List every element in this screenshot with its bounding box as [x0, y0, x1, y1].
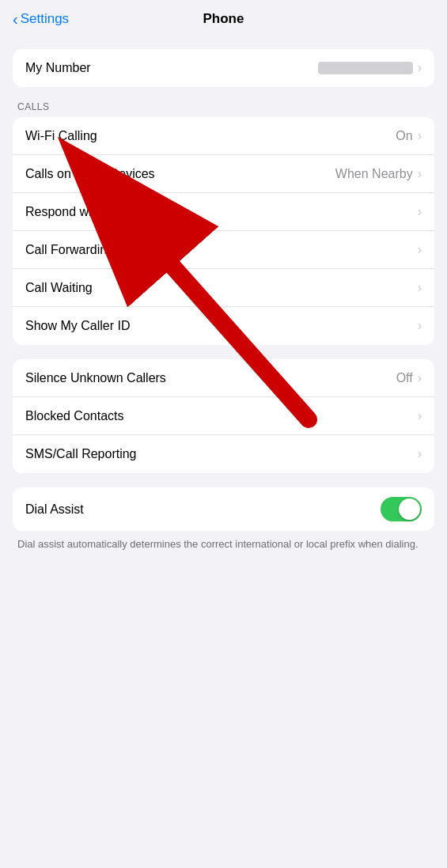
my-number-row[interactable]: My Number › — [13, 49, 434, 87]
respond-text-label: Respond with Text — [25, 205, 416, 219]
silence-unknown-value: Off — [396, 371, 413, 385]
call-waiting-label: Call Waiting — [25, 281, 416, 295]
caller-id-right: › — [416, 319, 422, 333]
call-forwarding-chevron-icon: › — [418, 243, 422, 257]
caller-id-row[interactable]: Show My Caller ID › — [13, 307, 434, 345]
caller-id-chevron-icon: › — [418, 319, 422, 333]
wifi-calling-label: Wi-Fi Calling — [25, 129, 396, 143]
page-wrapper: ‹ Settings Phone My Number › CALLS Wi-Fi… — [0, 0, 447, 868]
wifi-calling-right: On › — [396, 129, 422, 143]
calls-other-devices-right: When Nearby › — [335, 167, 422, 181]
dial-assist-toggle[interactable] — [381, 497, 422, 521]
my-number-section: My Number › — [13, 49, 434, 87]
respond-text-row[interactable]: Respond with Text › — [13, 193, 434, 231]
dial-assist-toggle-knob — [399, 498, 420, 520]
respond-text-right: › — [416, 205, 422, 219]
dial-assist-toggle-switch[interactable] — [381, 497, 422, 521]
blocked-contacts-right: › — [416, 409, 422, 423]
wifi-calling-value: On — [396, 129, 412, 143]
call-forwarding-row[interactable]: Call Forwarding › — [13, 231, 434, 269]
nav-header: ‹ Settings Phone — [0, 0, 447, 35]
sms-reporting-chevron-icon: › — [418, 447, 422, 461]
silence-unknown-right: Off › — [396, 371, 422, 385]
calls-other-devices-label: Calls on Other Devices — [25, 167, 335, 181]
call-forwarding-right: › — [416, 243, 422, 257]
my-number-value-blurred — [318, 62, 413, 74]
blocked-contacts-row[interactable]: Blocked Contacts › — [13, 397, 434, 435]
privacy-section: Silence Unknown Callers Off › Blocked Co… — [13, 359, 434, 473]
caller-id-label: Show My Caller ID — [25, 319, 416, 333]
sms-reporting-label: SMS/Call Reporting — [25, 447, 416, 461]
calls-other-devices-row[interactable]: Calls on Other Devices When Nearby › — [13, 155, 434, 193]
calls-other-devices-value: When Nearby — [335, 167, 413, 181]
calls-section: CALLS Wi-Fi Calling On › Calls on Other … — [13, 101, 434, 345]
dial-assist-row[interactable]: Dial Assist — [13, 487, 434, 531]
page-title: Phone — [203, 11, 244, 27]
call-waiting-chevron-icon: › — [418, 281, 422, 295]
dial-assist-section: Dial Assist Dial assist automatically de… — [13, 487, 434, 552]
sms-reporting-row[interactable]: SMS/Call Reporting › — [13, 435, 434, 473]
call-waiting-row[interactable]: Call Waiting › — [13, 269, 434, 307]
dial-assist-description: Dial assist automatically determines the… — [13, 531, 434, 552]
my-number-card: My Number › — [13, 49, 434, 87]
dial-assist-card: Dial Assist — [13, 487, 434, 531]
back-label: Settings — [21, 11, 69, 27]
calls-card: Wi-Fi Calling On › Calls on Other Device… — [13, 117, 434, 345]
blocked-contacts-label: Blocked Contacts — [25, 409, 416, 423]
call-forwarding-label: Call Forwarding — [25, 243, 416, 257]
silence-unknown-label: Silence Unknown Callers — [25, 371, 396, 385]
calls-section-label: CALLS — [13, 101, 434, 112]
calls-other-devices-chevron-icon: › — [418, 167, 422, 181]
wifi-calling-chevron-icon: › — [418, 129, 422, 143]
call-waiting-right: › — [416, 281, 422, 295]
silence-unknown-row[interactable]: Silence Unknown Callers Off › — [13, 359, 434, 397]
back-chevron-icon: ‹ — [13, 10, 18, 28]
blocked-contacts-chevron-icon: › — [418, 409, 422, 423]
wifi-calling-row[interactable]: Wi-Fi Calling On › — [13, 117, 434, 155]
back-button[interactable]: ‹ Settings — [13, 10, 69, 28]
dial-assist-label: Dial Assist — [25, 502, 381, 517]
privacy-card: Silence Unknown Callers Off › Blocked Co… — [13, 359, 434, 473]
silence-unknown-chevron-icon: › — [418, 371, 422, 385]
my-number-right: › — [318, 61, 422, 75]
my-number-label: My Number — [25, 61, 318, 75]
my-number-chevron-icon: › — [418, 61, 422, 75]
respond-text-chevron-icon: › — [418, 205, 422, 219]
sms-reporting-right: › — [416, 447, 422, 461]
